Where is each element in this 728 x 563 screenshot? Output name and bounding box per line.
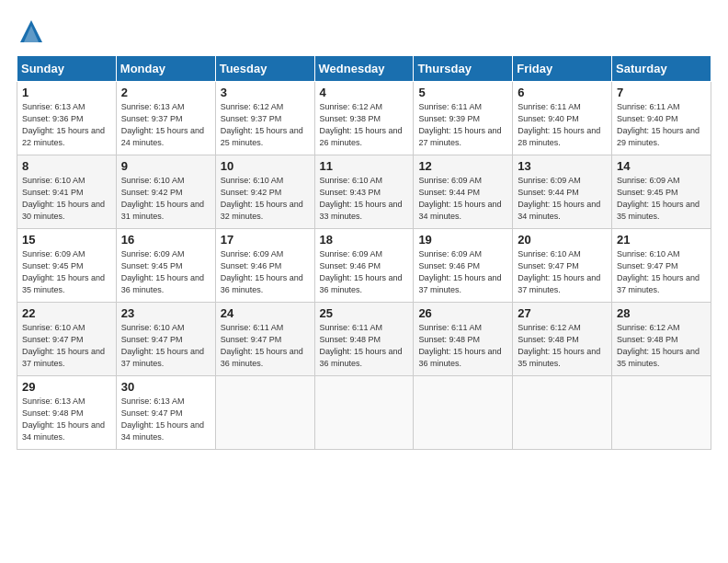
sunrise-label: Sunrise: 6:11 AM [418, 323, 482, 332]
daylight-label: Daylight: 15 hours and 34 minutes. [418, 200, 501, 221]
sunset-label: Sunset: 9:47 PM [221, 335, 282, 344]
day-number: 26 [418, 306, 507, 320]
day-number: 5 [418, 86, 507, 99]
day-info: Sunrise: 6:12 AM Sunset: 9:48 PM Dayligh… [617, 322, 706, 370]
sunset-label: Sunset: 9:48 PM [320, 335, 381, 344]
sunset-label: Sunset: 9:45 PM [617, 188, 678, 197]
daylight-label: Daylight: 15 hours and 36 minutes. [221, 273, 303, 294]
daylight-label: Daylight: 15 hours and 29 minutes. [617, 126, 700, 147]
day-header-friday: Friday [513, 56, 612, 82]
sunset-label: Sunset: 9:42 PM [121, 188, 183, 197]
sunset-label: Sunset: 9:45 PM [121, 261, 183, 270]
sunset-label: Sunset: 9:37 PM [121, 114, 183, 123]
day-number: 16 [121, 233, 210, 247]
daylight-label: Daylight: 15 hours and 36 minutes. [418, 347, 501, 368]
sunset-label: Sunset: 9:45 PM [22, 261, 84, 270]
sunrise-label: Sunrise: 6:09 AM [617, 176, 680, 185]
day-number: 8 [22, 159, 111, 173]
logo [17, 17, 50, 46]
sunrise-label: Sunrise: 6:11 AM [418, 102, 482, 111]
calendar-cell [314, 376, 414, 450]
sunset-label: Sunset: 9:39 PM [418, 114, 480, 123]
calendar-week-3: 15 Sunrise: 6:09 AM Sunset: 9:45 PM Dayl… [17, 229, 711, 303]
day-info: Sunrise: 6:10 AM Sunset: 9:43 PM Dayligh… [320, 175, 409, 223]
sunrise-label: Sunrise: 6:10 AM [22, 176, 85, 185]
daylight-label: Daylight: 15 hours and 27 minutes. [418, 126, 501, 147]
day-number: 20 [518, 233, 607, 247]
calendar-cell: 20 Sunrise: 6:10 AM Sunset: 9:47 PM Dayl… [513, 229, 612, 303]
daylight-label: Daylight: 15 hours and 35 minutes. [518, 347, 600, 368]
calendar-cell: 26 Sunrise: 6:11 AM Sunset: 9:48 PM Dayl… [414, 303, 513, 376]
day-number: 3 [221, 86, 310, 99]
day-number: 17 [221, 233, 310, 247]
daylight-label: Daylight: 15 hours and 36 minutes. [121, 273, 204, 294]
calendar-cell: 21 Sunrise: 6:10 AM Sunset: 9:47 PM Dayl… [612, 229, 711, 303]
calendar-cell: 12 Sunrise: 6:09 AM Sunset: 9:44 PM Dayl… [414, 155, 513, 229]
sunrise-label: Sunrise: 6:12 AM [617, 323, 680, 332]
day-number: 12 [418, 159, 507, 173]
sunset-label: Sunset: 9:48 PM [518, 335, 579, 344]
day-number: 19 [418, 233, 507, 247]
daylight-label: Daylight: 15 hours and 26 minutes. [320, 126, 403, 147]
calendar-week-5: 29 Sunrise: 6:13 AM Sunset: 9:48 PM Dayl… [17, 376, 711, 450]
daylight-label: Daylight: 15 hours and 37 minutes. [518, 273, 600, 294]
day-info: Sunrise: 6:10 AM Sunset: 9:42 PM Dayligh… [221, 175, 310, 223]
day-header-saturday: Saturday [612, 56, 711, 82]
daylight-label: Daylight: 15 hours and 34 minutes. [121, 420, 204, 442]
day-info: Sunrise: 6:11 AM Sunset: 9:47 PM Dayligh… [221, 322, 310, 370]
sunset-label: Sunset: 9:46 PM [418, 261, 480, 270]
day-info: Sunrise: 6:13 AM Sunset: 9:47 PM Dayligh… [121, 396, 210, 443]
sunset-label: Sunset: 9:36 PM [22, 114, 84, 123]
day-info: Sunrise: 6:09 AM Sunset: 9:45 PM Dayligh… [617, 175, 706, 223]
sunrise-label: Sunrise: 6:10 AM [121, 176, 185, 185]
day-header-tuesday: Tuesday [215, 56, 314, 82]
sunset-label: Sunset: 9:46 PM [221, 261, 282, 270]
sunset-label: Sunset: 9:44 PM [518, 188, 579, 197]
calendar-cell: 29 Sunrise: 6:13 AM Sunset: 9:48 PM Dayl… [17, 376, 117, 450]
day-info: Sunrise: 6:11 AM Sunset: 9:48 PM Dayligh… [320, 322, 409, 370]
sunrise-label: Sunrise: 6:09 AM [518, 176, 581, 185]
daylight-label: Daylight: 15 hours and 37 minutes. [121, 347, 204, 368]
sunset-label: Sunset: 9:42 PM [221, 188, 282, 197]
day-number: 25 [320, 306, 409, 320]
calendar-cell [215, 376, 314, 450]
sunrise-label: Sunrise: 6:12 AM [518, 323, 581, 332]
day-number: 18 [320, 233, 409, 247]
sunrise-label: Sunrise: 6:11 AM [320, 323, 383, 332]
sunrise-label: Sunrise: 6:13 AM [22, 102, 85, 111]
calendar-cell: 10 Sunrise: 6:10 AM Sunset: 9:42 PM Dayl… [215, 155, 314, 229]
calendar-cell: 6 Sunrise: 6:11 AM Sunset: 9:40 PM Dayli… [513, 82, 612, 155]
day-info: Sunrise: 6:10 AM Sunset: 9:47 PM Dayligh… [617, 248, 706, 296]
day-number: 24 [221, 306, 310, 320]
sunrise-label: Sunrise: 6:09 AM [418, 176, 482, 185]
day-number: 11 [320, 159, 409, 173]
sunset-label: Sunset: 9:48 PM [22, 408, 84, 418]
calendar: SundayMondayTuesdayWednesdayThursdayFrid… [17, 55, 711, 450]
day-info: Sunrise: 6:13 AM Sunset: 9:48 PM Dayligh… [22, 396, 111, 443]
sunrise-label: Sunrise: 6:10 AM [221, 176, 284, 185]
day-info: Sunrise: 6:09 AM Sunset: 9:45 PM Dayligh… [22, 248, 111, 296]
sunset-label: Sunset: 9:47 PM [22, 335, 84, 344]
calendar-cell: 23 Sunrise: 6:10 AM Sunset: 9:47 PM Dayl… [116, 303, 215, 376]
sunrise-label: Sunrise: 6:10 AM [121, 323, 185, 332]
day-number: 9 [121, 159, 210, 173]
calendar-cell: 27 Sunrise: 6:12 AM Sunset: 9:48 PM Dayl… [513, 303, 612, 376]
calendar-cell: 7 Sunrise: 6:11 AM Sunset: 9:40 PM Dayli… [612, 82, 711, 155]
day-info: Sunrise: 6:09 AM Sunset: 9:44 PM Dayligh… [418, 175, 507, 223]
day-header-monday: Monday [116, 56, 215, 82]
calendar-cell: 28 Sunrise: 6:12 AM Sunset: 9:48 PM Dayl… [612, 303, 711, 376]
sunrise-label: Sunrise: 6:13 AM [22, 396, 85, 406]
day-info: Sunrise: 6:09 AM Sunset: 9:44 PM Dayligh… [518, 175, 607, 223]
calendar-cell: 15 Sunrise: 6:09 AM Sunset: 9:45 PM Dayl… [17, 229, 117, 303]
calendar-cell: 13 Sunrise: 6:09 AM Sunset: 9:44 PM Dayl… [513, 155, 612, 229]
day-info: Sunrise: 6:11 AM Sunset: 9:48 PM Dayligh… [418, 322, 507, 370]
calendar-cell: 25 Sunrise: 6:11 AM Sunset: 9:48 PM Dayl… [314, 303, 414, 376]
calendar-cell [414, 376, 513, 450]
day-number: 22 [22, 306, 111, 320]
calendar-cell: 2 Sunrise: 6:13 AM Sunset: 9:37 PM Dayli… [116, 82, 215, 155]
calendar-cell [513, 376, 612, 450]
sunrise-label: Sunrise: 6:10 AM [518, 249, 581, 259]
day-info: Sunrise: 6:10 AM Sunset: 9:41 PM Dayligh… [22, 175, 111, 223]
daylight-label: Daylight: 15 hours and 24 minutes. [121, 126, 204, 147]
sunrise-label: Sunrise: 6:09 AM [418, 249, 482, 259]
